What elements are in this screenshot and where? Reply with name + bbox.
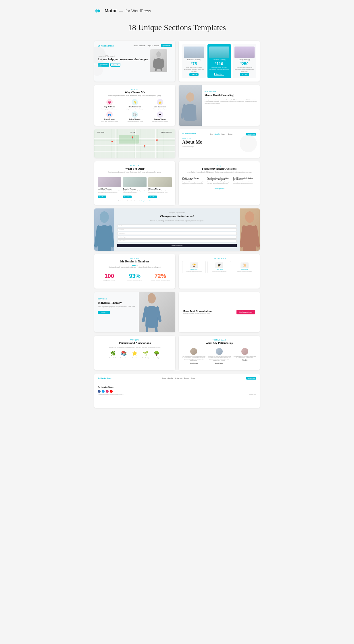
about-nav-pages[interactable]: Pages ▾ bbox=[222, 134, 226, 135]
footer-nav-home[interactable]: Home bbox=[162, 378, 166, 379]
footer-nav-btn[interactable]: Appointment bbox=[246, 377, 256, 380]
youtube-icon[interactable]: y bbox=[110, 390, 113, 393]
map-pin-2: 📍 bbox=[131, 136, 134, 140]
testimonial-name-2: Ronald Baker bbox=[208, 363, 231, 364]
faq-a2: Quisque rhoncus eros porta these ligula … bbox=[207, 181, 231, 184]
personal-therapy-col: Personal Therapy $75 From vero eos et ac… bbox=[182, 44, 206, 78]
cert-item-2: 🎓 Kamila Stone Licensed Professional The… bbox=[207, 261, 231, 274]
about-nav-about[interactable]: About Me bbox=[215, 134, 220, 135]
why-inner: Why us Why Choose Me Continuously enable… bbox=[94, 85, 175, 126]
appointment-left-image bbox=[94, 208, 114, 251]
appointment-submit-btn[interactable]: Make Appointment bbox=[117, 244, 237, 247]
vast-experience-title: Vast Experience bbox=[154, 106, 166, 108]
mental-dots bbox=[205, 98, 257, 98]
mental-health-content: Our therapy Mental Health Counseling Lor… bbox=[202, 85, 260, 126]
appointment-desc: There let us, price-things consultant am… bbox=[117, 220, 237, 222]
hero-person-silhouette bbox=[153, 51, 164, 71]
hero-nav-pages[interactable]: Pages ▾ bbox=[147, 45, 153, 47]
about-nav-links: Home About Me Pages ▾ Contact bbox=[210, 134, 232, 135]
cert-name-2: Kamila Stone bbox=[216, 269, 223, 270]
appt-email-field[interactable]: Your Email bbox=[117, 228, 237, 231]
footer-nav-approach[interactable]: My Approach bbox=[175, 378, 182, 379]
testimonial-dot-3 bbox=[221, 366, 222, 366]
instagram-icon[interactable]: i bbox=[106, 390, 109, 393]
about-nav-contact[interactable]: Contact bbox=[228, 134, 232, 135]
couples-therapy-label: Couples Therapy bbox=[213, 59, 226, 61]
couples-therapy-inner: Couples Therapy $110 From vero eos et ac… bbox=[207, 44, 231, 78]
stat-happy-clients: 100 Happy clients this year bbox=[98, 273, 121, 281]
appointment-card: Request Appointment Change your life for… bbox=[94, 208, 260, 251]
about-nav-home[interactable]: Home bbox=[210, 134, 213, 135]
feature-group-therapy: 👥 Group Therapy Driven value added topic… bbox=[98, 111, 121, 122]
partner-logo-img-2: 📚 bbox=[120, 350, 128, 357]
templates-grid: Dr. Kamila Stone Home About Me Pages ▾ C… bbox=[94, 41, 260, 408]
appt-right-person bbox=[240, 208, 260, 251]
appointment-right-image bbox=[240, 208, 260, 251]
hero-secondary-btn[interactable]: About Me bbox=[110, 63, 120, 67]
footer-bottom: Dr. Kamila Stone f t i y © Addressing al… bbox=[98, 382, 256, 395]
couples-therapy-btn[interactable]: Book Now bbox=[214, 73, 224, 76]
testimonial-avatar-2 bbox=[216, 348, 223, 355]
offer-register-link[interactable]: Register all our list. bbox=[141, 200, 151, 202]
offer-children-btn[interactable]: Read More bbox=[148, 196, 157, 198]
hero-nav-home[interactable]: Home bbox=[134, 45, 137, 47]
cert-name-3: Kamila Stone bbox=[241, 269, 248, 270]
appt-time-field[interactable]: Preferred Time bbox=[117, 239, 237, 242]
offer-couples-desc: Together combining the needs of each par… bbox=[123, 190, 147, 193]
personal-therapy-btn[interactable]: Book Now bbox=[189, 73, 199, 76]
footer-nav-about[interactable]: About Me bbox=[168, 378, 173, 379]
testimonial-2: Proin cursus ante nunc, eget faucibus au… bbox=[208, 348, 231, 364]
feature-vast-experience: ⭐ Vast Experience Unique insights trust … bbox=[148, 99, 172, 110]
twitter-icon[interactable]: t bbox=[102, 390, 105, 393]
group-therapy-img bbox=[234, 47, 255, 58]
faq-q1: What is a typical therapy appointment? bbox=[182, 177, 206, 181]
faq-grid: What is a typical therapy appointment? N… bbox=[182, 177, 256, 186]
hero-nav-contact[interactable]: Contact bbox=[154, 45, 159, 47]
offer-couples-btn[interactable]: Read More bbox=[123, 196, 132, 198]
offer-children-desc: That do a best recommended value added w… bbox=[148, 190, 172, 193]
hero-nav-btn[interactable]: Appointment bbox=[161, 44, 172, 47]
certificates-inner: Certificates 🏆 Kamila Stone Professional… bbox=[179, 254, 260, 289]
appt-problem-field[interactable]: Problem Type bbox=[117, 236, 237, 239]
couples-therapy-col: Couples Therapy $110 From vero eos et ac… bbox=[207, 44, 231, 78]
partner-logo-3: ⭐ HumanStar bbox=[130, 350, 139, 359]
pricing-inner: Personal Therapy $75 From vero eos et ac… bbox=[179, 41, 260, 82]
individual-person-svg bbox=[139, 292, 165, 332]
svg-point-0 bbox=[156, 51, 161, 57]
appt-name-field[interactable]: Your Name bbox=[117, 225, 237, 227]
faq-item-2: What benefits can I expect from working … bbox=[207, 177, 231, 186]
personal-therapy-img bbox=[184, 47, 204, 58]
partner-name-3: HumanStar bbox=[132, 357, 138, 359]
results-card: My Stats My Results in Numbers Continuou… bbox=[94, 254, 175, 289]
individual-learn-more-btn[interactable]: Learn More bbox=[98, 311, 110, 314]
new-techniques-title: New Techniques bbox=[129, 106, 141, 108]
footer-nav-services[interactable]: Services bbox=[184, 378, 189, 379]
page-wrapper: Matar — for WordPress 18 Unique Sections… bbox=[88, 0, 266, 419]
footer-nav-contact[interactable]: Contact bbox=[191, 378, 195, 379]
stat-recovery: 72% Behavior Recovery after 20 Sessions bbox=[149, 273, 172, 281]
free-consult-sub: About an emphasis without conditions is … bbox=[183, 313, 212, 314]
hero-nav-about[interactable]: About Me bbox=[139, 45, 145, 47]
partner-name-5: HumanRights bbox=[153, 357, 160, 359]
testimonial-1: Proin cursus ante nunc, eget faucibus au… bbox=[182, 348, 205, 364]
offer-individual-btn[interactable]: Read More bbox=[98, 196, 106, 198]
map-green-area bbox=[119, 135, 139, 144]
cert-section-label: Certificates bbox=[182, 258, 256, 259]
cert-item-3: 📜 Kamila Stone Board Certified Behaviora… bbox=[233, 261, 256, 274]
group-therapy-btn[interactable]: Book Now bbox=[240, 73, 249, 76]
feature-new-techniques: ✨ New Techniques We go the extra effort … bbox=[123, 99, 147, 110]
stat-recovery-number: 72% bbox=[149, 273, 172, 279]
any-problems-icon: 💗 bbox=[106, 99, 113, 105]
partners-desc: Dolor sit amet, elit adipiscing elit. Cu… bbox=[98, 347, 172, 348]
group-therapy-inner: Group Therapy $250 From vero eos et accu… bbox=[233, 44, 256, 78]
free-consult-btn[interactable]: Book Appointment bbox=[236, 310, 255, 314]
mental-section-label: Our therapy bbox=[205, 90, 218, 92]
group-therapy-icon: 👥 bbox=[106, 111, 113, 118]
facebook-icon[interactable]: f bbox=[98, 390, 101, 393]
partner-name-4: GreenSociety bbox=[142, 357, 149, 359]
offer-individual: Individual Therapy You carve out a diffe… bbox=[98, 177, 121, 198]
personal-therapy-label: Personal Therapy bbox=[187, 59, 201, 61]
appt-phone-field[interactable]: Your Phone bbox=[117, 232, 237, 235]
partners-section-label: Partners bbox=[98, 339, 172, 341]
faq-link[interactable]: View all questions bbox=[182, 188, 256, 189]
